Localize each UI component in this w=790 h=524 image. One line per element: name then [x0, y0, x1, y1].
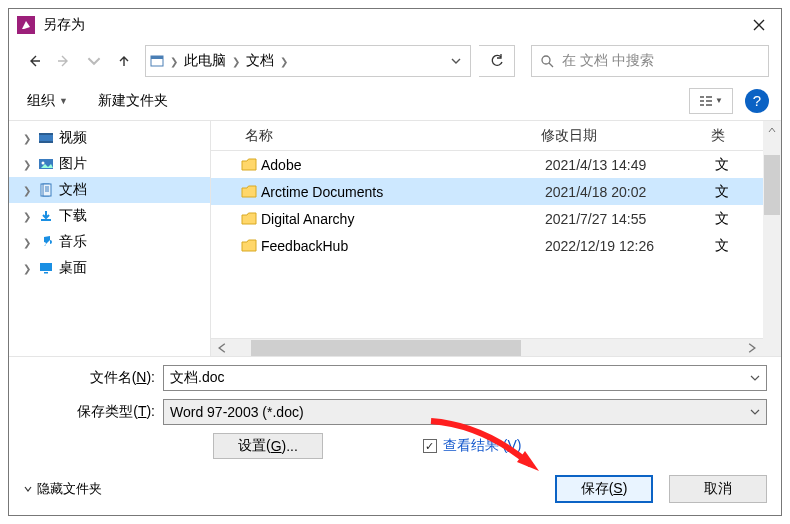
filename-label: 文件名(N): — [23, 369, 163, 387]
horizontal-scrollbar[interactable] — [211, 338, 763, 356]
hide-folders-link[interactable]: 隐藏文件夹 — [23, 480, 102, 498]
search-input[interactable]: 在 文档 中搜索 — [531, 45, 769, 77]
vertical-scrollbar[interactable] — [763, 121, 781, 356]
forward-button[interactable] — [51, 48, 77, 74]
explorer-body: ❯视频❯图片❯文档❯下载❯音乐❯桌面 名称 修改日期 类 Adobe2021/4… — [9, 121, 781, 356]
list-header: 名称 修改日期 类 — [211, 121, 763, 151]
svg-rect-5 — [39, 141, 53, 143]
search-placeholder: 在 文档 中搜索 — [562, 52, 654, 70]
chevron-down-icon — [451, 56, 461, 66]
file-type: 文 — [715, 183, 763, 201]
crumb-folder[interactable]: 文档 — [242, 46, 278, 76]
save-button[interactable]: 保存(S) — [555, 475, 653, 503]
cancel-button[interactable]: 取消 — [669, 475, 767, 503]
folder-type-icon — [37, 208, 55, 224]
location-icon — [146, 53, 168, 69]
chevron-down-icon — [87, 54, 101, 68]
table-row[interactable]: Arctime Documents2021/4/18 20:02文 — [211, 178, 763, 205]
checkbox-box: ✓ — [423, 439, 437, 453]
svg-rect-10 — [40, 263, 52, 271]
chevron-right-icon: ❯ — [23, 211, 33, 222]
arrow-right-icon — [57, 54, 71, 68]
help-icon: ? — [753, 92, 761, 109]
new-folder-button[interactable]: 新建文件夹 — [92, 88, 174, 114]
filetype-label: 保存类型(T): — [23, 403, 163, 421]
refresh-button[interactable] — [479, 45, 515, 77]
navigation-row: ❯ 此电脑 ❯ 文档 ❯ 在 文档 中搜索 — [9, 41, 781, 81]
view-options-button[interactable]: ▼ — [689, 88, 733, 114]
help-button[interactable]: ? — [745, 89, 769, 113]
chevron-down-icon: ▼ — [715, 96, 723, 105]
sidebar-item-downloads[interactable]: ❯下载 — [9, 203, 210, 229]
sidebar-item-documents[interactable]: ❯文档 — [9, 177, 210, 203]
sidebar-item-pictures[interactable]: ❯图片 — [9, 151, 210, 177]
refresh-icon — [490, 54, 504, 68]
file-type: 文 — [715, 237, 763, 255]
sidebar-item-label: 文档 — [59, 181, 87, 199]
sidebar-item-videos[interactable]: ❯视频 — [9, 125, 210, 151]
chevron-right-icon: ❯ — [23, 185, 33, 196]
address-bar[interactable]: ❯ 此电脑 ❯ 文档 ❯ — [145, 45, 471, 77]
file-date: 2021/4/18 20:02 — [545, 184, 715, 200]
chevron-down-icon — [23, 484, 33, 494]
table-row[interactable]: Digital Anarchy2021/7/27 14:55文 — [211, 205, 763, 232]
file-pane: 名称 修改日期 类 Adobe2021/4/13 14:49文Arctime D… — [211, 121, 763, 356]
svg-rect-11 — [44, 272, 48, 274]
sidebar-item-label: 音乐 — [59, 233, 87, 251]
sidebar-item-music[interactable]: ❯音乐 — [9, 229, 210, 255]
chevron-down-icon — [750, 373, 760, 383]
address-dropdown[interactable] — [442, 56, 470, 66]
save-as-dialog: 另存为 ❯ 此电脑 ❯ 文档 ❯ — [8, 8, 782, 516]
filetype-select[interactable]: Word 97-2003 (*.doc) — [163, 399, 767, 425]
folder-type-icon — [37, 260, 55, 276]
file-name: FeedbackHub — [261, 238, 545, 254]
settings-button[interactable]: 设置(G)... — [213, 433, 323, 459]
file-type: 文 — [715, 210, 763, 228]
toolbar: 组织 ▼ 新建文件夹 ▼ ? — [9, 81, 781, 121]
filename-input[interactable]: 文档.doc — [163, 365, 767, 391]
chevron-right-icon: ❯ — [23, 133, 33, 144]
sidebar-item-label: 下载 — [59, 207, 87, 225]
folder-icon — [241, 158, 261, 171]
column-date[interactable]: 修改日期 — [541, 127, 711, 145]
svg-rect-9 — [43, 184, 51, 196]
scrollbar-thumb[interactable] — [764, 155, 780, 215]
folder-icon — [241, 185, 261, 198]
organize-button[interactable]: 组织 ▼ — [21, 88, 74, 114]
up-button[interactable] — [111, 48, 137, 74]
view-result-checkbox[interactable]: ✓ 查看结果 (V) — [423, 437, 522, 455]
chevron-right-icon: ❯ — [23, 237, 33, 248]
crumb-this-pc[interactable]: 此电脑 — [180, 46, 230, 76]
close-button[interactable] — [737, 9, 781, 41]
sidebar-item-label: 桌面 — [59, 259, 87, 277]
scrollbar-thumb[interactable] — [251, 340, 521, 356]
crumb-sep: ❯ — [278, 56, 290, 67]
folder-icon — [241, 212, 261, 225]
column-type[interactable]: 类 — [711, 127, 763, 145]
save-form: 文件名(N): 文档.doc 保存类型(T): Word 97-2003 (*.… — [9, 356, 781, 469]
app-icon — [17, 16, 35, 34]
chevron-down-icon: ▼ — [59, 96, 68, 106]
table-row[interactable]: FeedbackHub2022/12/19 12:26文 — [211, 232, 763, 259]
list-view-icon — [699, 95, 713, 107]
crumb-sep: ❯ — [230, 56, 242, 67]
svg-point-7 — [42, 162, 45, 165]
folder-type-icon — [37, 182, 55, 198]
sidebar-item-label: 视频 — [59, 129, 87, 147]
file-date: 2022/12/19 12:26 — [545, 238, 715, 254]
dialog-footer: 隐藏文件夹 保存(S) 取消 — [9, 469, 781, 515]
svg-rect-4 — [39, 133, 53, 135]
file-date: 2021/7/27 14:55 — [545, 211, 715, 227]
arrow-left-icon — [27, 54, 41, 68]
arrow-up-icon — [117, 54, 131, 68]
sidebar-item-desktop[interactable]: ❯桌面 — [9, 255, 210, 281]
search-icon — [532, 54, 562, 68]
sidebar: ❯视频❯图片❯文档❯下载❯音乐❯桌面 — [9, 121, 211, 356]
back-button[interactable] — [21, 48, 47, 74]
folder-type-icon — [37, 156, 55, 172]
folder-type-icon — [37, 130, 55, 146]
table-row[interactable]: Adobe2021/4/13 14:49文 — [211, 151, 763, 178]
chevron-right-icon: ❯ — [23, 263, 33, 274]
recent-locations-button[interactable] — [81, 48, 107, 74]
column-name[interactable]: 名称 — [241, 127, 541, 145]
